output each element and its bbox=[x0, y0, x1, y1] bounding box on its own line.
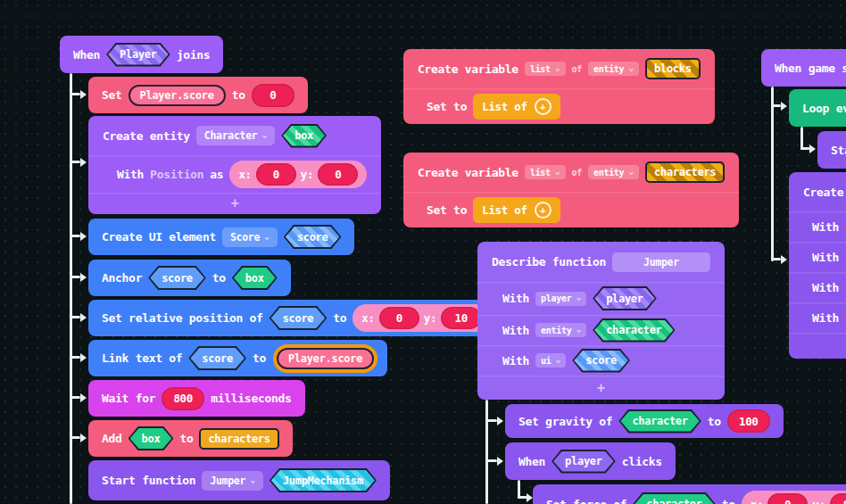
block-set-force[interactable]: Set force of character to x: 0 y: 90 bbox=[533, 484, 846, 504]
block-start[interactable]: Sta bbox=[817, 131, 846, 169]
position-field[interactable]: x: 0 y: 0 bbox=[229, 161, 367, 188]
connector-arrow bbox=[80, 393, 87, 402]
ui-tag-score[interactable]: score bbox=[148, 266, 206, 290]
var-subtype-dropdown[interactable]: entity bbox=[588, 62, 639, 76]
variable-pill-player-score[interactable]: Player.score bbox=[277, 348, 374, 369]
force-field[interactable]: x: 0 y: 90 bbox=[742, 491, 846, 504]
block-create-entity[interactable]: Create entity Character box With Positio… bbox=[88, 116, 381, 214]
var-type-dropdown[interactable]: list bbox=[525, 165, 566, 179]
connector-line bbox=[70, 356, 80, 359]
block-when-player-clicks[interactable]: When player clicks bbox=[505, 442, 676, 480]
connector-line bbox=[70, 396, 80, 399]
var-subtype-dropdown[interactable]: entity bbox=[588, 165, 639, 179]
y-value-field[interactable]: 0 bbox=[318, 163, 358, 186]
plus-icon[interactable] bbox=[231, 195, 239, 211]
ui-tag-score[interactable]: score bbox=[284, 225, 342, 249]
function-tag-jumpmechanism[interactable]: JumpMechanism bbox=[270, 468, 377, 492]
dropdown-value: Score bbox=[230, 231, 260, 244]
param-tag-player[interactable]: player bbox=[552, 450, 616, 474]
block-set-player-score[interactable]: Set Player.score to 0 bbox=[88, 77, 308, 113]
block-wait[interactable]: Wait for 800 milliseconds bbox=[88, 380, 305, 417]
tag-label: JumpMechanism bbox=[283, 475, 363, 487]
block-text: Create entity bbox=[103, 129, 190, 143]
number-field[interactable]: 0 bbox=[252, 84, 294, 107]
block-text: With bbox=[117, 168, 144, 181]
block-text: Set to bbox=[427, 203, 467, 217]
block-create-right[interactable]: Create With With With With bbox=[789, 172, 846, 359]
block-text: With bbox=[812, 311, 839, 325]
variable-pill-player-score[interactable]: Player.score bbox=[129, 85, 226, 106]
block-set-relative-position[interactable]: Set relative position of score to x: 0 y… bbox=[88, 300, 503, 336]
list-of-value[interactable]: List of bbox=[473, 94, 560, 120]
block-describe-function[interactable]: Describe function Jumper With player pla… bbox=[477, 242, 725, 400]
param-tag-character[interactable]: character bbox=[593, 318, 675, 343]
x-label: x: bbox=[361, 311, 374, 325]
tag-label: player bbox=[606, 293, 643, 305]
tag-label: Player bbox=[120, 48, 157, 61]
x-value-field[interactable]: 0 bbox=[379, 307, 419, 329]
param-tag-character[interactable]: character bbox=[618, 409, 701, 434]
block-create-ui-element[interactable]: Create UI element Score score bbox=[88, 219, 354, 255]
variable-tag-characters[interactable]: characters bbox=[645, 161, 725, 183]
block-loop-every[interactable]: Loop ev bbox=[789, 89, 846, 127]
tag-label: box bbox=[294, 129, 313, 142]
block-text: When bbox=[518, 455, 545, 468]
dropdown-value: entity bbox=[593, 64, 624, 74]
entity-tag-box[interactable]: box bbox=[129, 426, 174, 450]
position-field[interactable]: x: 0 y: 10 bbox=[352, 304, 490, 332]
block-when-game-starts[interactable]: When game s bbox=[761, 49, 846, 87]
block-editor-canvas[interactable]: When Player joins Set Player.score to 0 … bbox=[0, 0, 846, 504]
block-create-variable-blocks[interactable]: Create variable list of entity blocks Se… bbox=[403, 49, 715, 124]
var-type-dropdown[interactable]: list bbox=[525, 62, 566, 76]
param-tag-player[interactable]: player bbox=[593, 286, 657, 310]
variable-tag-blocks[interactable]: blocks bbox=[645, 58, 701, 79]
entity-tag-box[interactable]: box bbox=[232, 266, 278, 290]
function-name-input[interactable]: Jumper bbox=[612, 252, 710, 272]
x-value-field[interactable]: 0 bbox=[767, 493, 808, 504]
block-when-player-joins[interactable]: When Player joins bbox=[60, 36, 223, 73]
connector-line bbox=[70, 161, 80, 163]
connector-line bbox=[485, 419, 497, 422]
block-text: Link text of bbox=[102, 351, 182, 365]
block-text: Add bbox=[102, 432, 122, 445]
connector-arrow bbox=[527, 493, 533, 502]
list-tag-characters[interactable]: characters bbox=[199, 428, 278, 450]
ui-tag-score[interactable]: score bbox=[188, 346, 246, 370]
param-type-dropdown[interactable]: player bbox=[535, 292, 586, 306]
y-label: y: bbox=[301, 168, 313, 181]
number-field[interactable]: 100 bbox=[727, 409, 770, 433]
x-value-field[interactable]: 0 bbox=[256, 163, 296, 186]
param-tag-score[interactable]: score bbox=[572, 349, 630, 373]
x-label: x: bbox=[751, 498, 763, 504]
block-create-variable-characters[interactable]: Create variable list of entity character… bbox=[403, 153, 739, 227]
param-type-dropdown[interactable]: ui bbox=[535, 353, 566, 368]
block-add-to-list[interactable]: Add box to characters bbox=[88, 420, 293, 457]
y-value-field[interactable]: 90 bbox=[830, 493, 846, 504]
block-text: With bbox=[502, 354, 529, 368]
tag-label: score bbox=[162, 272, 193, 285]
plus-icon[interactable] bbox=[597, 380, 605, 396]
block-start-function[interactable]: Start function Jumper JumpMechanism bbox=[88, 460, 390, 500]
connector-line bbox=[70, 276, 80, 278]
y-value-field[interactable]: 10 bbox=[441, 307, 481, 329]
plus-icon[interactable] bbox=[535, 98, 552, 115]
ui-type-dropdown[interactable]: Score bbox=[222, 227, 278, 247]
plus-icon[interactable] bbox=[535, 202, 552, 219]
connector-arrow bbox=[80, 434, 87, 442]
param-tag-character[interactable]: character bbox=[633, 492, 715, 504]
block-link-text[interactable]: Link text of score to Player.score bbox=[88, 340, 387, 376]
number-field[interactable]: 800 bbox=[162, 387, 204, 410]
block-text: Create bbox=[803, 186, 843, 199]
block-anchor[interactable]: Anchor score to box bbox=[88, 260, 291, 296]
block-set-gravity[interactable]: Set gravity of character to 100 bbox=[505, 404, 784, 438]
function-dropdown[interactable]: Jumper bbox=[202, 471, 262, 491]
connector-arrow bbox=[80, 232, 87, 241]
entity-tag-player[interactable]: Player bbox=[106, 43, 170, 67]
list-of-value[interactable]: List of bbox=[473, 197, 560, 223]
ui-tag-score[interactable]: score bbox=[270, 306, 328, 330]
entity-tag-box[interactable]: box bbox=[281, 124, 327, 148]
connector-line bbox=[70, 93, 80, 95]
entity-type-dropdown[interactable]: Character bbox=[196, 126, 275, 145]
connector-arrow bbox=[80, 313, 87, 322]
param-type-dropdown[interactable]: entity bbox=[535, 323, 586, 337]
